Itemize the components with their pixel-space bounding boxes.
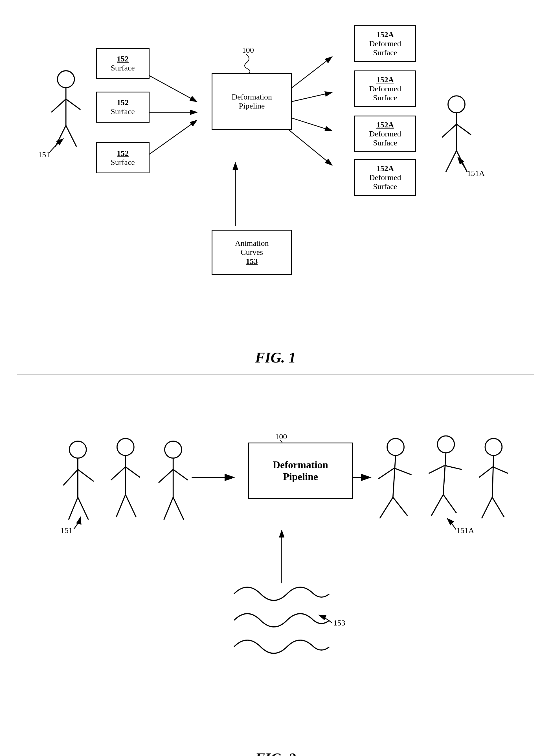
anim-text-1: Animation: [235, 239, 269, 248]
svg-text:153: 153: [334, 618, 345, 627]
svg-text:100: 100: [242, 46, 254, 54]
deformed-text2-1: Surface: [373, 48, 397, 57]
svg-line-58: [445, 465, 462, 469]
svg-line-33: [111, 467, 125, 480]
pipeline-text-2: Pipeline: [239, 101, 265, 110]
deformed-text1-4: Deformed: [369, 173, 401, 182]
svg-text:151: 151: [38, 150, 50, 159]
svg-line-64: [493, 467, 508, 473]
pipeline2-text-1: Deformation: [273, 459, 328, 471]
deformed-ref-4: 152A: [376, 164, 394, 173]
svg-line-39: [158, 469, 173, 483]
svg-line-42: [173, 497, 184, 520]
deformed-text2-3: Surface: [373, 138, 397, 147]
svg-point-0: [58, 71, 74, 88]
pipeline-text-1: Deformation: [231, 92, 272, 101]
svg-line-34: [125, 467, 140, 478]
svg-line-57: [429, 465, 444, 473]
svg-line-40: [173, 469, 188, 480]
page: 151: [0, 0, 551, 756]
svg-line-54: [393, 497, 408, 516]
svg-line-18: [457, 124, 471, 135]
svg-line-7: [141, 71, 197, 102]
deformation-pipeline-box-2: Deformation Pipeline: [248, 443, 353, 499]
surface-ref-2: 152: [117, 98, 129, 107]
svg-line-41: [164, 497, 173, 520]
deformed-ref-2: 152A: [376, 75, 394, 84]
svg-line-66: [492, 497, 504, 517]
svg-line-50: [393, 456, 396, 497]
deformed-surface-1: 152A Deformed Surface: [354, 25, 416, 62]
svg-line-17: [442, 124, 457, 138]
surface-ref-3: 152: [117, 149, 129, 158]
svg-line-28: [78, 469, 94, 481]
svg-line-56: [443, 453, 446, 494]
svg-line-20: [457, 151, 467, 172]
fig2-label: FIG. 2: [17, 750, 534, 756]
svg-text:151A: 151A: [457, 526, 474, 535]
svg-line-60: [443, 495, 457, 513]
svg-line-30: [78, 497, 89, 520]
svg-line-35: [116, 495, 125, 517]
svg-text:100: 100: [275, 432, 287, 441]
anim-ref: 153: [246, 257, 258, 266]
fig1-container: 151: [17, 17, 534, 375]
svg-line-29: [69, 497, 78, 520]
surface-text-3: Surface: [111, 158, 135, 167]
pipeline2-text-2: Pipeline: [283, 471, 318, 483]
svg-line-3: [66, 99, 81, 110]
fig2-container: 151 100 153: [17, 386, 534, 756]
svg-line-53: [380, 497, 393, 518]
svg-line-19: [446, 151, 457, 172]
deformed-ref-3: 152A: [376, 120, 394, 129]
deformed-surface-3: 152A Deformed Surface: [354, 116, 416, 152]
svg-line-59: [431, 495, 443, 516]
surface-box-3: 152 Surface: [96, 142, 149, 173]
svg-point-37: [165, 441, 182, 458]
svg-line-5: [66, 125, 77, 147]
svg-point-15: [448, 96, 465, 113]
svg-text:151: 151: [61, 526, 72, 535]
deformed-surface-2: 152A Deformed Surface: [354, 70, 416, 107]
surface-ref-1: 152: [117, 54, 129, 63]
surface-box-1: 152 Surface: [96, 48, 149, 79]
fig1-label: FIG. 1: [17, 349, 534, 366]
svg-point-61: [485, 439, 502, 456]
svg-point-55: [437, 436, 454, 453]
deformed-text2-2: Surface: [373, 93, 397, 102]
svg-line-4: [55, 125, 66, 147]
surface-text-2: Surface: [111, 107, 135, 116]
deformed-ref-1: 152A: [376, 30, 394, 39]
svg-line-52: [394, 468, 411, 475]
animation-curves-box: Animation Curves 153: [211, 230, 292, 275]
anim-text-2: Curves: [241, 248, 263, 257]
svg-text:151A: 151A: [467, 169, 485, 178]
svg-line-63: [479, 467, 493, 478]
svg-point-49: [387, 439, 404, 456]
svg-line-9: [141, 120, 197, 160]
svg-line-27: [63, 469, 78, 485]
svg-point-31: [117, 439, 134, 456]
deformed-text1-1: Deformed: [369, 39, 401, 48]
deformed-surface-4: 152A Deformed Surface: [354, 159, 416, 196]
surface-box-2: 152 Surface: [96, 92, 149, 123]
deformed-text1-3: Deformed: [369, 129, 401, 138]
svg-point-25: [69, 441, 86, 458]
deformed-text1-2: Deformed: [369, 84, 401, 93]
svg-line-2: [51, 99, 66, 112]
svg-line-51: [378, 468, 394, 479]
svg-line-36: [125, 495, 136, 517]
svg-line-62: [492, 456, 494, 497]
deformed-text2-4: Surface: [373, 182, 397, 191]
surface-text-1: Surface: [111, 63, 135, 72]
svg-line-65: [482, 497, 492, 518]
deformation-pipeline-box-1: Deformation Pipeline: [211, 73, 292, 130]
